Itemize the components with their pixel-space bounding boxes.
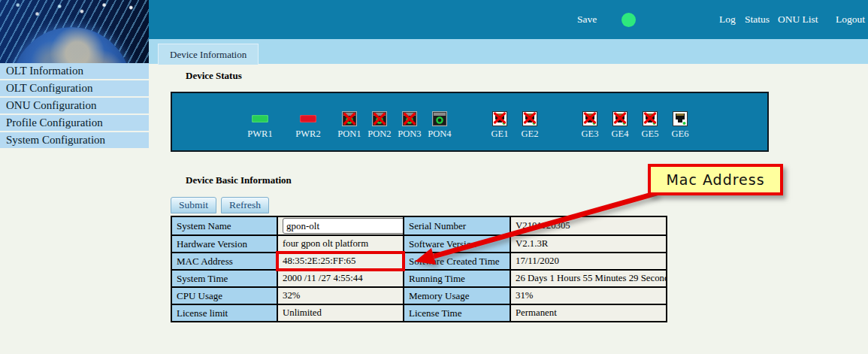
ge-port-icon <box>643 111 658 126</box>
info-label: System Time <box>171 270 277 287</box>
serial-number-value: V2101120305 <box>510 216 667 235</box>
port-label: GE3 <box>582 129 599 140</box>
info-label: System Name <box>171 216 277 235</box>
table-row: MAC Address 48:35:2E:25:FF:65 Software C… <box>171 253 667 270</box>
info-label: Memory Usage <box>404 287 510 304</box>
port-ge3: GE3 <box>573 111 606 140</box>
power-led-icon <box>252 115 268 123</box>
tab-device-information[interactable]: Device Information <box>158 44 259 65</box>
info-label: CPU Usage <box>171 287 277 304</box>
nav-status-link[interactable]: Status <box>745 14 770 26</box>
device-status-title: Device Status <box>186 70 242 82</box>
pon-port-icon <box>372 111 387 126</box>
port-label: GE4 <box>612 129 629 140</box>
port-label: PON3 <box>398 129 421 140</box>
power-led-icon <box>300 115 316 123</box>
port-label: PWR1 <box>247 129 272 140</box>
save-button[interactable]: Save <box>577 14 597 26</box>
mac-address-callout: Mac Address <box>648 164 783 195</box>
table-row: Hardware Version four gpon olt platform … <box>171 235 667 253</box>
sidebar-item-profile-configuration[interactable]: Profile Configuration <box>0 115 149 131</box>
port-pwr2: PWR2 <box>292 111 325 140</box>
port-ge4: GE4 <box>603 111 637 140</box>
nav-log-link[interactable]: Log <box>719 14 736 26</box>
olt-web-manager-page: Save Log Status ONU List Logout Device I… <box>0 0 868 354</box>
ge-port-icon <box>492 111 507 126</box>
software-created-time-value: 17/11/2020 <box>510 253 667 270</box>
table-row: System Time 2000 /11 /27 4:55:44 Running… <box>171 270 667 287</box>
status-indicator-dot <box>622 13 636 27</box>
port-label: GE6 <box>672 129 689 140</box>
ge-port-icon <box>612 111 628 126</box>
earth-globe-graphic <box>11 27 132 64</box>
basic-info-actions: Submit Refresh <box>171 197 269 213</box>
logo-image <box>0 0 149 64</box>
info-label: Software Version <box>404 235 510 253</box>
info-label: License Time <box>404 304 510 322</box>
port-ge1: GE1 <box>483 111 516 140</box>
info-label: Software Created Time <box>404 253 510 270</box>
ge-port-icon <box>673 111 688 126</box>
memory-usage-value: 31% <box>510 287 667 304</box>
logout-link[interactable]: Logout <box>836 14 865 26</box>
info-label: Hardware Version <box>171 235 277 253</box>
port-label: PON1 <box>337 129 361 140</box>
port-pon2: PON2 <box>363 111 396 140</box>
system-name-input[interactable] <box>283 218 404 234</box>
sidebar-item-olt-configuration[interactable]: OLT Configuration <box>0 80 149 96</box>
table-row: System Name Serial Number V2101120305 <box>171 216 667 235</box>
port-ge6: GE6 <box>664 111 697 140</box>
device-basic-information-title: Device Basic Information <box>186 174 292 186</box>
running-time-value: 26 Days 1 Hours 55 Minutes 29 Seconds <box>510 270 667 287</box>
nav-onu-list-link[interactable]: ONU List <box>778 14 818 26</box>
hardware-version-value: four gpon olt platform <box>277 235 404 253</box>
system-name-cell <box>277 216 404 235</box>
port-pon3: PON3 <box>393 111 426 140</box>
system-time-value: 2000 /11 /27 4:55:44 <box>277 270 404 287</box>
port-label: GE2 <box>522 129 539 140</box>
info-label: Running Time <box>404 270 510 287</box>
device-status-panel: PWR1 PWR2 PON1 PON2 PON3 PON4 GE1 GE2 <box>171 92 769 152</box>
port-pon4: PON4 <box>423 111 456 140</box>
sidebar-item-onu-configuration[interactable]: ONU Configuration <box>0 98 149 113</box>
ge-port-icon <box>582 111 597 126</box>
port-label: PON4 <box>428 129 451 140</box>
pon-port-icon <box>342 111 357 126</box>
software-version-value: V2.1.3R <box>510 235 667 253</box>
device-basic-information-table: System Name Serial Number V2101120305 Ha… <box>171 216 667 322</box>
info-label: License limit <box>171 304 277 322</box>
table-row: License limit Unlimited License Time Per… <box>171 304 667 322</box>
port-pwr1: PWR1 <box>243 111 277 140</box>
pon-port-icon <box>432 111 447 126</box>
license-time-value: Permanent <box>510 304 667 322</box>
port-label: GE1 <box>491 129 509 140</box>
port-ge2: GE2 <box>513 111 546 140</box>
sidebar-item-olt-information[interactable]: OLT Information <box>0 63 149 79</box>
port-label: GE5 <box>642 129 659 140</box>
sidebar-menu: OLT Information OLT Configuration ONU Co… <box>0 63 149 150</box>
port-pon1: PON1 <box>333 111 366 140</box>
refresh-button[interactable]: Refresh <box>221 197 269 213</box>
pon-port-icon <box>402 111 417 126</box>
ge-port-icon <box>522 111 537 126</box>
port-label: PON2 <box>367 129 391 140</box>
cpu-usage-value: 32% <box>277 287 404 304</box>
port-label: PWR2 <box>295 129 320 140</box>
info-label: MAC Address <box>171 253 277 270</box>
license-limit-value: Unlimited <box>277 304 404 322</box>
port-ge5: GE5 <box>634 111 667 140</box>
sidebar-item-system-configuration[interactable]: System Configuration <box>0 132 149 148</box>
info-label: Serial Number <box>404 216 510 235</box>
table-row: CPU Usage 32% Memory Usage 31% <box>171 287 667 304</box>
mac-address-value: 48:35:2E:25:FF:65 <box>277 253 404 270</box>
tab-bar: Device Information <box>149 39 868 64</box>
submit-button[interactable]: Submit <box>171 197 216 213</box>
